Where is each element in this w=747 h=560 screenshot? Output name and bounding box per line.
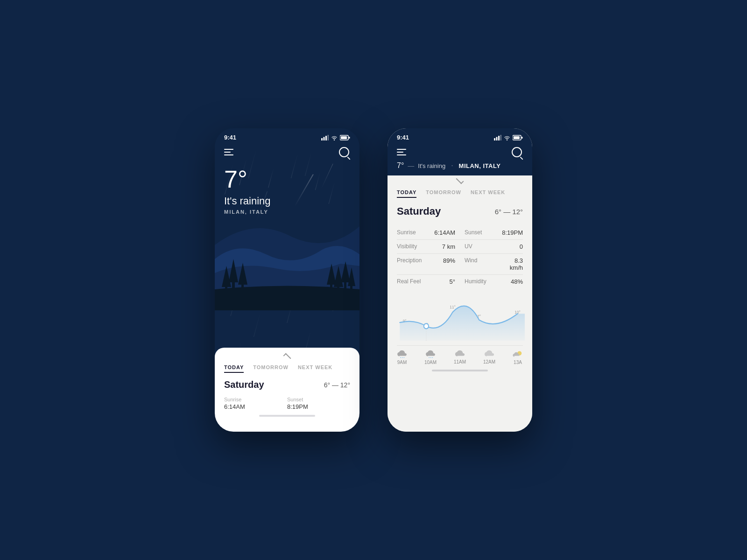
- phone2-header-location: MILAN, ITALY: [459, 162, 501, 169]
- phone2-sunset-label: Sunset: [465, 229, 502, 236]
- phone2-nav: [397, 147, 523, 158]
- phone2-day-name: Saturday: [397, 205, 441, 217]
- chevron-down-icon: [456, 176, 464, 184]
- phone2-hour-9am: 9AM: [397, 350, 407, 365]
- phone2-hour-13a-label: 13A: [514, 360, 522, 365]
- phone2-search-button[interactable]: [512, 147, 523, 158]
- phone-1: 9:41: [215, 128, 359, 432]
- phone1-home-indicator: [259, 415, 315, 417]
- svg-line-39: [430, 357, 431, 358]
- phone2-uv-value: 0: [520, 243, 523, 250]
- phones-container: 9:41: [215, 128, 532, 432]
- phone2-hourly: 9AM 10AM 11AM: [397, 345, 523, 365]
- phone1-tab-today[interactable]: TODAY: [224, 364, 244, 373]
- phone2-time: 9:41: [397, 134, 409, 141]
- phone2-hour-10am-label: 10AM: [424, 360, 437, 365]
- svg-rect-27: [521, 137, 523, 139]
- svg-rect-23: [498, 136, 500, 140]
- signal-icon: [321, 135, 329, 140]
- phone2-humidity-col: Humidity 48%: [465, 278, 523, 285]
- phone1-bottom-panel: TODAY TOMORROW NEXT WEEK Saturday 6° — 1…: [215, 348, 359, 432]
- phone1-time: 9:41: [224, 134, 236, 141]
- phone1-sunrise-label: Sunrise: [224, 397, 287, 402]
- phone2-humidity-value: 48%: [511, 278, 523, 285]
- phone1-search-button[interactable]: [339, 147, 350, 158]
- phone1-detail-row: Sunrise 6:14AM Sunset 8:19PM: [224, 397, 350, 410]
- phone1-sunset-value: 8:19PM: [287, 403, 350, 410]
- phone2-stat-row-1: Visibility 7 km UV 0: [397, 240, 523, 254]
- cloud-icon-12am: [484, 350, 494, 357]
- phone2-header-sep: —: [408, 162, 414, 169]
- svg-rect-6: [349, 137, 350, 139]
- phone1-day-row: Saturday 6° — 12°: [224, 379, 350, 390]
- phone2-sunrise-label: Sunrise: [397, 229, 434, 236]
- svg-line-38: [428, 357, 429, 358]
- phone2-precip-value: 89%: [443, 257, 455, 271]
- phone2-content: TODAY TOMORROW NEXT WEEK Saturday 6° — 1…: [388, 184, 532, 432]
- phone-2: 9:41: [388, 128, 532, 432]
- phone2-visibility-col: Visibility 7 km: [397, 243, 455, 250]
- phone2-chevron[interactable]: [388, 175, 532, 184]
- svg-rect-0: [321, 138, 323, 140]
- wifi-icon: [331, 135, 338, 140]
- phone2-visibility-label: Visibility: [397, 243, 434, 250]
- phone2-precip-label: Preciption: [397, 257, 434, 271]
- phone1-nav: [215, 144, 359, 162]
- phone1-landscape: [215, 189, 359, 310]
- phone2-stats-grid: Sunrise 6:14AM Sunset 8:19PM Visibility …: [397, 226, 523, 288]
- phone2-realfeel-label: Real Feel: [397, 278, 434, 285]
- cloud-rain-icon-9am: [397, 350, 407, 358]
- phone2-hour-11am-label: 11AM: [454, 359, 466, 364]
- phone2-status-bar: 9:41: [388, 128, 532, 144]
- phone2-realfeel-value: 5°: [450, 278, 455, 285]
- phone2-stat-row-3: Real Feel 5° Humidity 48%: [397, 275, 523, 288]
- svg-line-37: [403, 357, 404, 358]
- phone2-sunset-col: Sunset 8:19PM: [465, 229, 523, 236]
- cloud-rain-icon-10am: [425, 350, 436, 358]
- phone2-tab-next-week[interactable]: NEXT WEEK: [471, 189, 505, 198]
- battery-icon: [340, 135, 350, 140]
- svg-rect-22: [496, 137, 498, 140]
- phone2-hour-11am: 11AM: [454, 350, 466, 364]
- phone2-tab-tomorrow[interactable]: TOMORROW: [426, 189, 461, 198]
- phone2-header-temp: 7°: [397, 161, 404, 170]
- svg-line-36: [402, 357, 402, 358]
- phone1-tab-next-week[interactable]: NEXT WEEK: [298, 364, 332, 373]
- phone1-status-bar: 9:41: [215, 128, 359, 144]
- phone2-tabs[interactable]: TODAY TOMORROW NEXT WEEK: [397, 189, 523, 198]
- svg-rect-21: [494, 138, 495, 140]
- svg-rect-26: [514, 136, 520, 139]
- phone1-tabs[interactable]: TODAY TOMORROW NEXT WEEK: [224, 364, 350, 373]
- phone1-sunrise-value: 6:14AM: [224, 403, 287, 410]
- phone2-battery-icon: [513, 135, 523, 140]
- phone2-signal-icon: [494, 135, 501, 140]
- cloud-icon-11am: [455, 350, 465, 357]
- phone2-sunset-value: 8:19PM: [502, 229, 523, 236]
- phone1-menu-button[interactable]: [224, 147, 235, 158]
- phone2-stat-row-0: Sunrise 6:14AM Sunset 8:19PM: [397, 226, 523, 240]
- phone2-day-row: Saturday 6° — 12°: [397, 205, 523, 217]
- phone2-tab-today[interactable]: TODAY: [397, 189, 416, 198]
- phone2-wind-label: Wind: [465, 257, 502, 271]
- phone2-home-indicator: [432, 370, 488, 371]
- phone1-sunset: Sunset 8:19PM: [287, 397, 350, 410]
- phone1-tab-tomorrow[interactable]: TOMORROW: [253, 364, 289, 373]
- phone2-hour-10am: 10AM: [424, 350, 437, 365]
- phone2-status-icons: [494, 135, 523, 140]
- phone2-precip-col: Preciption 89%: [397, 257, 455, 271]
- svg-rect-3: [328, 135, 329, 140]
- svg-rect-1: [324, 137, 325, 140]
- phone2-hour-13a: 13A: [513, 350, 523, 365]
- phone2-header-condition: It's raining: [418, 162, 445, 169]
- phone2-uv-label: UV: [465, 243, 502, 250]
- phone2-wind-col: Wind 8.3 km/h: [465, 257, 523, 271]
- phone2-sunrise-value: 6:14AM: [434, 229, 455, 236]
- phone2-visibility-value: 7 km: [442, 243, 455, 250]
- phone2-menu-button[interactable]: [397, 147, 408, 158]
- phone2-header-dot: ·: [451, 161, 453, 170]
- svg-text:11°: 11°: [450, 305, 455, 309]
- phone1-temperature: 7°: [224, 167, 350, 191]
- phone2-header: 7° — It's raining · MILAN, ITALY: [388, 144, 532, 175]
- phone1-sunset-label: Sunset: [287, 397, 350, 402]
- phone2-wifi-icon: [503, 135, 511, 140]
